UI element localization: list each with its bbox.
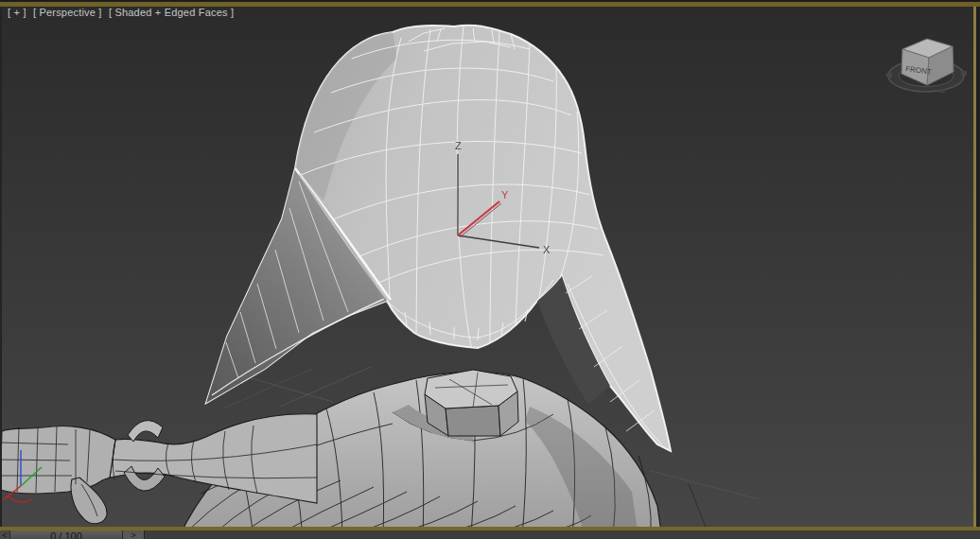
viewport-canvas[interactable]: Z X Y: [0, 0, 980, 539]
window-edge-left: [0, 7, 2, 527]
time-slider: < 0 / 100 >: [0, 530, 980, 539]
time-slider-handle[interactable]: 0 / 100: [10, 530, 123, 539]
viewport-label: [ + ] [ Perspective ] [ Shaded + Edged F…: [8, 7, 237, 19]
axis-label-x: X: [543, 244, 551, 255]
next-frame-button[interactable]: >: [123, 530, 145, 539]
axis-label-z: Z: [455, 140, 462, 151]
axis-label-y: Y: [501, 189, 509, 200]
viewport-pov-menu[interactable]: [ Perspective ]: [33, 7, 102, 18]
time-slider-track[interactable]: [145, 530, 980, 539]
viewcube[interactable]: FRONT: [882, 21, 972, 108]
previous-frame-button[interactable]: <: [0, 530, 10, 539]
max-viewport-window: Z X Y [ + ] [ Perspective ] [ Shaded + E…: [0, 0, 980, 539]
viewport-general-menu[interactable]: [ + ]: [8, 7, 26, 18]
viewport-shading-menu[interactable]: [ Shaded + Edged Faces ]: [109, 7, 234, 18]
window-edge-right: [976, 7, 980, 527]
